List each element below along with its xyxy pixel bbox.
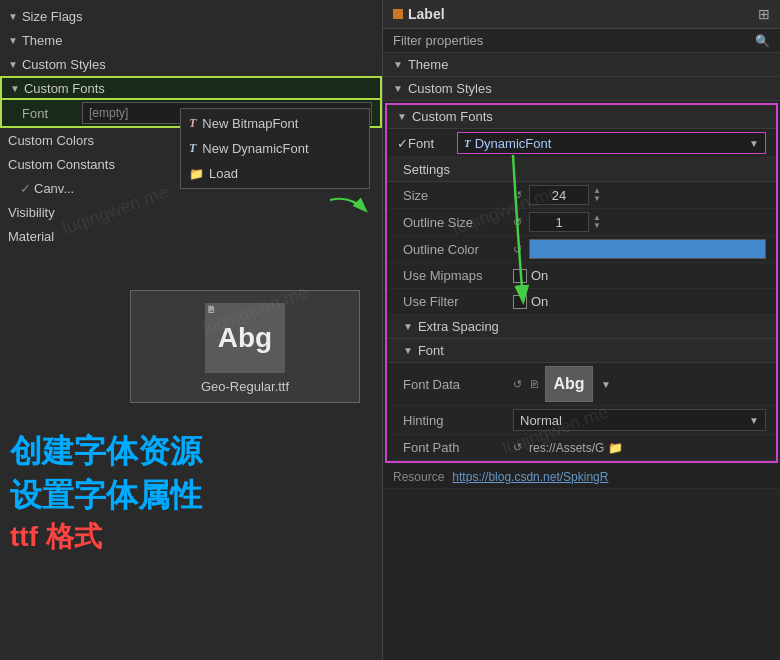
extra-spacing-label: Extra Spacing	[418, 319, 499, 334]
filter-checkbox[interactable]: On	[513, 294, 548, 309]
extra-spacing-arrow-icon: ▼	[403, 321, 413, 332]
prop-row-hinting: Hinting Normal ▼	[387, 406, 776, 435]
section-arrow-custom-styles: ▼	[393, 83, 403, 94]
folder-icon[interactable]: 📁	[608, 441, 623, 455]
new-dynamic-font-option[interactable]: T New DynamicFont	[181, 136, 369, 161]
prop-label-hinting: Hinting	[403, 413, 513, 428]
prop-row-font-data: Font Data ↺ 🖹 Abg ▼	[387, 363, 776, 406]
size-value-box[interactable]: 24	[529, 185, 589, 205]
font-data-dropdown-arrow-icon[interactable]: ▼	[601, 379, 611, 390]
font-field-label: Font	[22, 106, 82, 121]
mipmaps-checkbox-box[interactable]	[513, 269, 527, 283]
prop-row-use-mipmaps: Use Mipmaps On	[387, 263, 776, 289]
prop-label-outline-color: Outline Color	[403, 242, 513, 257]
panel-header: Label ⊞	[383, 0, 780, 29]
load-label: Load	[209, 166, 238, 181]
section-label-custom-fonts: Custom Fonts	[412, 109, 493, 124]
size-value: 24	[552, 188, 566, 203]
prop-label-use-filter: Use Filter	[403, 294, 513, 309]
tree-label-material: Material	[8, 229, 54, 244]
font-dropdown-select[interactable]: T DynamicFont ▼	[457, 132, 766, 154]
font-sub-header[interactable]: ▼ Font	[387, 339, 776, 363]
reset-outline-color-icon[interactable]: ↺	[513, 243, 522, 256]
hinting-select[interactable]: Normal ▼	[513, 409, 766, 431]
load-option[interactable]: 📁 Load	[181, 161, 369, 186]
section-custom-styles[interactable]: ▼ Custom Styles	[383, 77, 780, 101]
section-custom-fonts[interactable]: ▼ Custom Fonts	[387, 105, 776, 129]
tree-item-visibility[interactable]: Visibility	[0, 200, 382, 224]
size-down-arrow[interactable]: ▼	[593, 195, 601, 203]
font-sub-arrow-icon: ▼	[403, 345, 413, 356]
font-dropdown-arrow-icon: ▼	[749, 138, 759, 149]
font-dropdown-row[interactable]: ✓Font T DynamicFont ▼	[387, 129, 776, 158]
font-sub-label: Font	[418, 343, 444, 358]
prop-row-use-filter: Use Filter On	[387, 289, 776, 315]
panel-title: Label	[393, 6, 445, 22]
new-bitmap-font-option[interactable]: T New BitmapFont	[181, 111, 369, 136]
label-type-icon	[393, 9, 403, 19]
filter-search-icon[interactable]: 🔍	[755, 34, 770, 48]
outline-spinbox-arrows: ▲ ▼	[593, 214, 601, 230]
arrow-icon: ▼	[8, 35, 18, 46]
tree-item-material[interactable]: Material	[0, 224, 382, 248]
filter-row: Filter properties 🔍	[383, 29, 780, 53]
prop-label-font-path: Font Path	[403, 440, 513, 455]
pin-icon[interactable]: ⊞	[758, 6, 770, 22]
tree-label-visibility: Visibility	[8, 205, 55, 220]
font-data-small-icon: 🖹	[529, 379, 539, 390]
tree-label-custom-colors: Custom Colors	[8, 133, 94, 148]
chinese-line3: ttf 格式	[10, 518, 202, 556]
extra-spacing-header[interactable]: ▼ Extra Spacing	[387, 315, 776, 339]
tree-label-custom-constants: Custom Constants	[8, 157, 115, 172]
font-data-preview-thumb[interactable]: Abg	[545, 366, 593, 402]
font-path-value: ↺ res://Assets/G 📁	[513, 441, 766, 455]
reset-font-data-icon[interactable]: ↺	[513, 378, 522, 391]
font-card[interactable]: 🖹 Abg Geo-Regular.ttf	[130, 290, 360, 403]
tree-item-custom-styles[interactable]: ▼ Custom Styles	[0, 52, 382, 76]
bitmap-font-icon: T	[189, 116, 196, 131]
prop-label-use-mipmaps: Use Mipmaps	[403, 268, 513, 283]
font-field-value: [empty]	[89, 106, 128, 120]
dynamic-font-type-icon: T	[464, 137, 471, 149]
outline-size-value: 1	[555, 215, 562, 230]
prop-row-font-path: Font Path ↺ res://Assets/G 📁	[387, 435, 776, 461]
reset-outline-size-icon[interactable]: ↺	[513, 216, 522, 229]
reset-size-icon[interactable]: ↺	[513, 189, 522, 202]
font-preview: 🖹 Abg	[205, 303, 285, 373]
hinting-dropdown-arrow-icon: ▼	[749, 415, 759, 426]
chinese-line2: 设置字体属性	[10, 474, 202, 518]
mipmaps-checkbox[interactable]: On	[513, 268, 548, 283]
font-path-text: res://Assets/G	[529, 441, 604, 455]
tree-label-custom-styles: Custom Styles	[22, 57, 106, 72]
tree-label-custom-fonts: Custom Fonts	[24, 81, 105, 96]
outline-size-value-box[interactable]: 1	[529, 212, 589, 232]
tree-item-size-flags[interactable]: ▼ Size Flags	[0, 4, 382, 28]
prop-label-size: Size	[403, 188, 513, 203]
reset-font-path-icon[interactable]: ↺	[513, 441, 522, 454]
outline-down-arrow[interactable]: ▼	[593, 222, 601, 230]
arrow-icon: ▼	[8, 11, 18, 22]
filter-on-label: On	[531, 294, 548, 309]
dynamic-font-icon: T	[189, 141, 196, 156]
font-card-filename: Geo-Regular.ttf	[201, 379, 289, 394]
prop-label-outline-size: Outline Size	[403, 215, 513, 230]
tree-item-custom-fonts[interactable]: ▼ Custom Fonts	[0, 76, 382, 100]
bitmap-font-label: New BitmapFont	[202, 116, 298, 131]
section-arrow-custom-fonts: ▼	[397, 111, 407, 122]
outline-color-swatch[interactable]	[529, 239, 766, 259]
font-preview-text: Abg	[218, 322, 272, 354]
size-spinbox-arrows: ▲ ▼	[593, 187, 601, 203]
prop-row-outline-color: Outline Color ↺	[387, 236, 776, 263]
tree-label-theme: Theme	[22, 33, 62, 48]
font-type-icon: 🖹	[207, 305, 216, 315]
arrow-icon: ▼	[8, 59, 18, 70]
dynamic-font-label: New DynamicFont	[202, 141, 308, 156]
checkmark-icon: ✓	[20, 181, 31, 196]
tree-item-theme[interactable]: ▼ Theme	[0, 28, 382, 52]
mipmaps-on-label: On	[531, 268, 548, 283]
resource-url[interactable]: https://blog.csdn.net/SpkingR	[452, 470, 608, 484]
load-icon: 📁	[189, 167, 203, 181]
settings-label: Settings	[397, 162, 450, 177]
filter-checkbox-box[interactable]	[513, 295, 527, 309]
section-theme[interactable]: ▼ Theme	[383, 53, 780, 77]
